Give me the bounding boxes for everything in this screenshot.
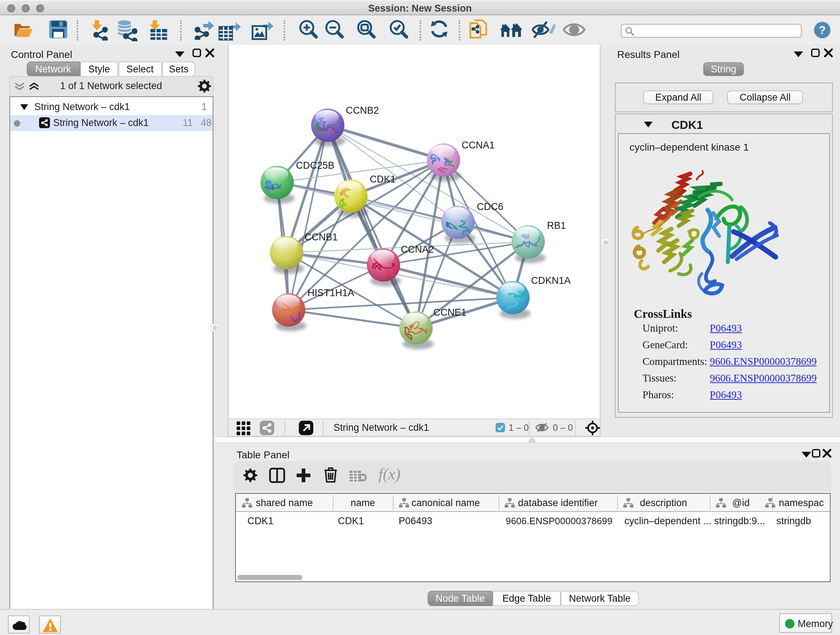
svg-text:RB1: RB1	[547, 220, 566, 231]
svg-text:CCNA1: CCNA1	[462, 140, 495, 150]
svg-text:HIST1H1A: HIST1H1A	[308, 287, 354, 298]
svg-text:CCNE1: CCNE1	[433, 307, 467, 318]
svg-text:CCNA2: CCNA2	[401, 244, 434, 255]
svg-text:CDK1: CDK1	[370, 174, 396, 185]
svg-text:CDC25B: CDC25B	[296, 160, 335, 171]
svg-text:CCNB2: CCNB2	[346, 105, 379, 116]
svg-text:CCNB1: CCNB1	[305, 232, 338, 242]
svg-text:CDC6: CDC6	[477, 201, 504, 212]
svg-text:CDKN1A: CDKN1A	[531, 275, 571, 286]
